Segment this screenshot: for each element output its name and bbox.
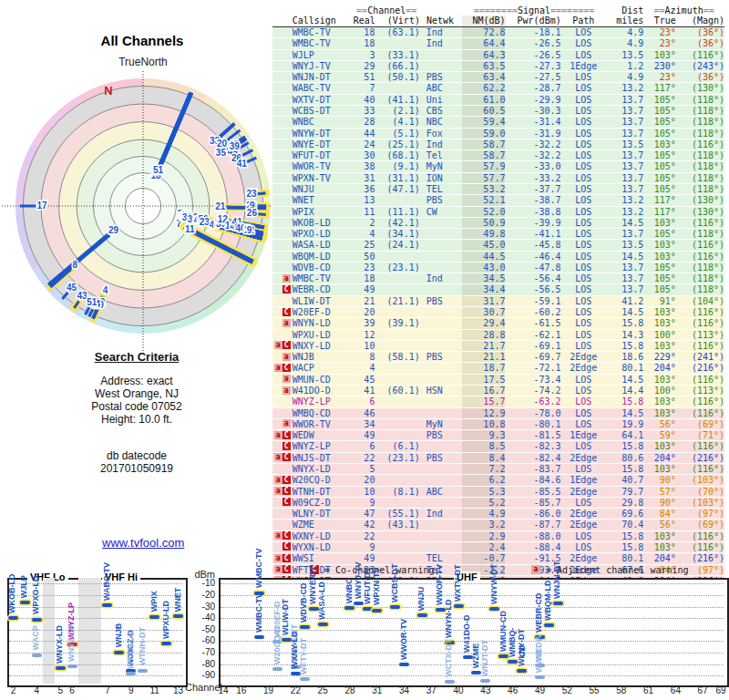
callsign-cell: WEBR-CD [291,284,354,294]
distance-cell: 13.7 [606,229,643,239]
azimuth-magn-cell: (36°) [676,72,724,82]
signal-bar [480,679,490,683]
azimuth-true-cell: 105° [643,161,675,171]
distance-cell: 13.7 [606,95,643,105]
azimuth-true-cell: 23° [643,72,675,82]
tvfool-link[interactable]: www.tvfool.com [102,536,184,550]
real-channel-cell: 44 [354,129,375,139]
path-cell: 2Edge [561,487,606,497]
distance-cell: 14.5 [606,408,643,418]
search-criteria: Search Criteria Address: exact West Oran… [0,350,273,475]
nm-db-cell: 63.5 [462,61,505,71]
virtual-channel-cell [375,408,419,418]
nm-db-cell: -0.7 [462,553,505,563]
network-cell [420,318,462,328]
network-cell: ABC [420,83,462,93]
nm-db-cell: 34.4 [462,284,505,294]
table-row: WNYX-LD57.2-83.7LOS15.8103°(116°) [272,464,724,475]
power-dbm-cell: -84.6 [505,475,560,485]
nm-db-cell: 43.0 [462,262,505,273]
co-channel-warning-icon: C [282,431,291,439]
table-row: WPXU-LD1228.8-62.1LOS14.3100°(113°) [272,330,724,341]
real-channel-cell: 41 [354,386,375,396]
uhf-channel-tick: 31 [368,685,386,695]
warning-cell: C [272,284,291,294]
nm-db-cell: 3.2 [462,520,505,530]
dbm-tick-label: -60 [188,635,215,645]
warning-cell [272,83,291,93]
power-dbm-cell: -69.7 [505,352,560,362]
channel-table: ==Channel== ========Signal======== Dist … [272,5,724,598]
real-channel-cell: 6 [354,396,375,407]
power-dbm-cell: -87.7 [505,520,560,530]
path-cell: LOS [561,386,606,396]
azimuth-true-cell: 105° [643,273,675,283]
signal-bar [445,680,455,684]
network-cell [420,396,462,407]
azimuth-true-cell: 103° [643,50,675,60]
table-row: WFUT-DT30(68.1)Tel58.7-32.2LOS13.7105°(1… [272,150,724,161]
table-row: aWNJB8(58.1)PBS21.1-69.72Edge18.6229°(24… [272,352,724,363]
azimuth-magn-cell: (116°) [676,50,724,60]
azimuth-magn-cell: (118°) [676,173,724,183]
azimuth-magn-cell: (130°) [676,207,724,217]
azimuth-true-cell: 56° [643,419,675,429]
co-channel-warning-icon: C [282,453,291,461]
nm-db-cell: 2.4 [462,542,505,552]
table-row: WJLP3(33.1)64.3-26.5LOS13.5103°(116°) [272,50,724,61]
signal-bar-label: WTNH-DT [138,624,149,665]
vhf-channel-tick: 13 [169,685,188,695]
azimuth-true-cell: 103° [643,441,675,451]
warning-cell [272,38,291,48]
azimuth-magn-cell: (113°) [676,386,724,396]
adjacent-channel-warning-icon: a [274,487,282,495]
network-cell: PBS [420,453,462,463]
azimuth-magn-cell: (116°) [676,542,724,552]
uhf-channel-tick: 14 [214,685,232,695]
real-channel-cell: 18 [354,27,375,37]
power-dbm-cell: -46.4 [505,252,560,262]
real-channel-cell: 22 [354,453,375,463]
real-channel-cell: 18 [354,38,375,48]
callsign-cell: WXTV-DT [291,95,354,105]
network-cell: Fox [420,129,462,139]
virtual-channel-cell: (63.1) [375,27,419,37]
warning-cell [272,330,291,340]
network-cell: Ind [420,139,462,149]
nm-db-cell: 60.5 [462,106,505,116]
virtual-channel-cell [375,464,419,474]
callsign-cell: WWSI [291,553,354,563]
distance-cell: 13.2 [606,195,643,205]
distance-cell: 14.3 [606,330,643,340]
azimuth-true-cell: 56° [643,520,675,530]
network-cell: MyN [420,161,462,171]
path-cell: LOS [561,95,606,105]
azimuth-true-cell: 103° [643,531,675,541]
distance-cell: 15.8 [606,441,643,451]
network-cell [420,50,462,60]
virtual-channel-cell: (8.1) [375,487,419,497]
co-channel-warning-icon: C [282,531,291,540]
nm-db-cell: 8.5 [462,441,505,451]
dbm-tick-label: -10 [188,578,215,588]
adjacent-channel-warning-icon: a [531,565,540,574]
vhf-channel-tick: 6 [63,685,81,695]
col-callsign: Callsign [291,15,354,26]
callsign-cell: WMBC-TV [291,38,354,48]
uhf-channel-tick: 61 [640,685,658,695]
adjacent-channel-warning-icon: a [282,319,291,327]
azimuth-true-cell: 229° [643,352,675,362]
power-dbm-cell: -56.5 [505,284,560,294]
uhf-channel-tick: 16 [232,685,251,695]
callsign-cell: WABC-TV [291,83,354,93]
azimuth-true-cell: 105° [643,117,675,127]
path-cell: LOS [561,498,606,508]
warning-cell: a [272,375,291,385]
nm-db-cell: 21.7 [462,341,505,351]
azimuth-true-cell: 105° [643,173,675,183]
power-dbm-cell: -45.8 [505,240,560,250]
adjacent-channel-warning-icon: a [274,565,282,573]
tvfool-report: All Channels TrueNorthN18183295174033284… [0,0,729,700]
power-dbm-cell: -86.0 [505,509,560,519]
callsign-cell: WNYZ-LP [291,441,354,451]
